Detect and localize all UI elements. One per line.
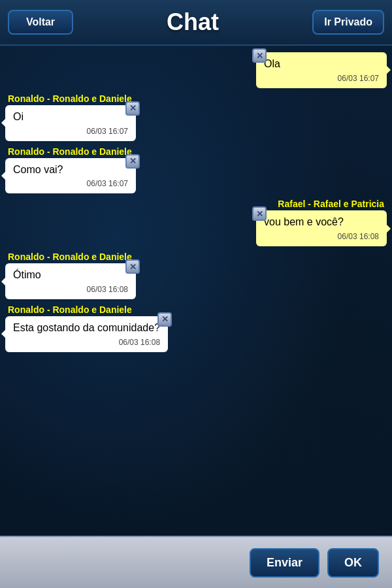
- message-time: 06/03 16:07: [264, 74, 379, 83]
- message-bubble: ✕ vou bem e você? 06/03 16:08: [256, 210, 387, 246]
- message-bubble: ✕ Como vai? 06/03 16:07: [5, 158, 136, 194]
- message-wrapper: Rafael - Rafael e Patricia ✕ vou bem e v…: [5, 199, 387, 246]
- message-time: 06/03 16:08: [13, 285, 128, 294]
- chat-screen: Voltar Chat Ir Privado ✕ Ola 06/03 16:07…: [0, 0, 392, 588]
- close-button[interactable]: ✕: [157, 312, 172, 327]
- footer: Enviar OK: [0, 536, 392, 588]
- sender-label: Ronaldo - Ronaldo e Daniele: [5, 252, 135, 262]
- page-title: Chat: [167, 8, 219, 36]
- message-time: 06/03 16:07: [13, 179, 128, 188]
- header: Voltar Chat Ir Privado: [0, 0, 392, 46]
- back-button[interactable]: Voltar: [8, 10, 73, 35]
- send-button[interactable]: Enviar: [250, 548, 319, 578]
- sender-label: Rafael - Rafael e Patricia: [275, 199, 387, 209]
- message-wrapper: Ronaldo - Ronaldo e Daniele ✕ Oi 06/03 1…: [5, 93, 387, 141]
- close-button[interactable]: ✕: [125, 101, 140, 116]
- message-wrapper: ✕ Ola 06/03 16:07: [5, 52, 387, 88]
- message-bubble: ✕ Ola 06/03 16:07: [256, 52, 387, 88]
- sender-label: Ronaldo - Ronaldo e Daniele: [5, 93, 135, 104]
- close-button[interactable]: ✕: [252, 48, 267, 63]
- message-time: 06/03 16:08: [264, 232, 379, 241]
- private-button[interactable]: Ir Privado: [312, 10, 384, 35]
- message-text: Ola: [264, 57, 379, 71]
- message-wrapper: Ronaldo - Ronaldo e Daniele ✕ Ótimo 06/0…: [5, 252, 387, 299]
- sender-label: Ronaldo - Ronaldo e Daniele: [5, 146, 135, 157]
- sender-label: Ronaldo - Ronaldo e Daniele: [5, 304, 135, 315]
- message-text: Esta gostando da comunidade?: [13, 321, 160, 335]
- message-bubble: ✕ Oi 06/03 16:07: [5, 105, 136, 141]
- close-button[interactable]: ✕: [125, 154, 140, 169]
- message-time: 06/03 16:07: [13, 127, 128, 136]
- ok-button[interactable]: OK: [327, 548, 379, 578]
- close-button[interactable]: ✕: [252, 206, 267, 221]
- message-text: Oi: [13, 110, 128, 124]
- chat-area[interactable]: ✕ Ola 06/03 16:07 Ronaldo - Ronaldo e Da…: [0, 46, 392, 536]
- message-text: Ótimo: [13, 269, 128, 282]
- message-wrapper: Ronaldo - Ronaldo e Daniele ✕ Esta gosta…: [5, 304, 387, 352]
- message-text: vou bem e você?: [264, 216, 379, 229]
- message-bubble: ✕ Ótimo 06/03 16:08: [5, 263, 136, 299]
- close-button[interactable]: ✕: [125, 259, 140, 274]
- message-time: 06/03 16:08: [13, 338, 160, 347]
- message-wrapper: Ronaldo - Ronaldo e Daniele ✕ Como vai? …: [5, 146, 387, 194]
- message-text: Como vai?: [13, 163, 128, 177]
- message-bubble: ✕ Esta gostando da comunidade? 06/03 16:…: [5, 316, 168, 352]
